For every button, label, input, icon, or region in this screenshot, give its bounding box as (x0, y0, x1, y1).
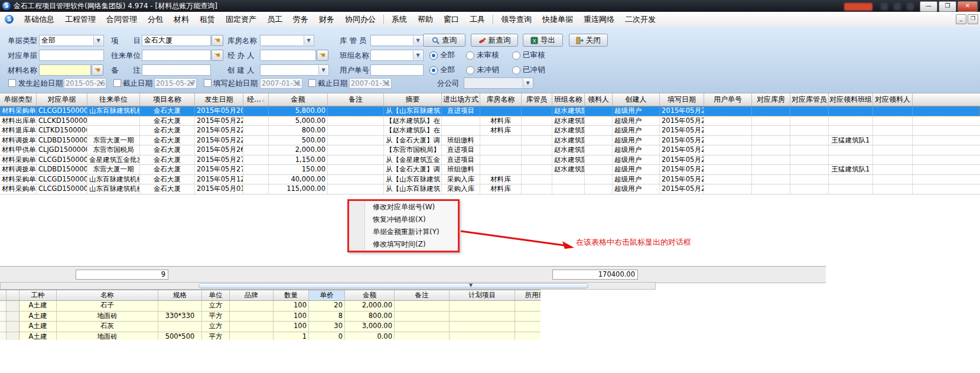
column-header[interactable]: 备注 (328, 93, 384, 106)
menu-item[interactable]: 材料 (168, 12, 194, 27)
column-header[interactable]: 领料人 (585, 93, 613, 106)
row-selector[interactable] (0, 322, 6, 332)
minimize-button[interactable]: — (920, 1, 937, 12)
writeoff-radio-0[interactable]: 全部 (429, 65, 455, 75)
menu-item[interactable]: 基础信息 (18, 12, 60, 27)
column-header[interactable]: 用户单号 (704, 93, 752, 106)
handler-picker-hand-icon[interactable]: ☚ (317, 50, 328, 61)
column-header[interactable]: 班组名称 (552, 93, 585, 106)
menu-item[interactable]: 固定资产 (220, 12, 262, 27)
branch-combo[interactable]: ▼ (464, 77, 533, 89)
menu-item[interactable]: 财务 (314, 12, 340, 27)
column-header[interactable]: 计划项目 (450, 290, 515, 300)
row-selector[interactable] (0, 312, 6, 322)
table-row[interactable]: 材料采购单CLCGD150000002金星建筑五金批发金石大厦2015年05月2… (0, 155, 980, 166)
query-button[interactable]: 查询 (423, 34, 465, 47)
column-header[interactable]: 单价 (309, 290, 345, 300)
project-input[interactable]: 金石大厦 (142, 35, 211, 46)
column-header[interactable]: 规格 (158, 290, 202, 300)
row-selector[interactable] (6, 301, 19, 311)
menu-item[interactable]: 协同办公 (340, 12, 381, 27)
counterpart-picker-hand-icon[interactable]: ☚ (211, 50, 223, 61)
material-input[interactable] (39, 64, 91, 76)
table-row[interactable]: 材料出库单CLCKD150000001金石大厦2015年05月22日5,000.… (0, 116, 980, 127)
column-header[interactable]: 对应领料班组 (829, 93, 873, 106)
remark-input[interactable] (142, 64, 211, 76)
column-header[interactable]: 品牌 (230, 290, 274, 300)
handler-input[interactable] (260, 50, 316, 61)
table-row[interactable]: 材料采购单CLCGD150000005山东百脉建筑机械金石大厦2015年05月0… (0, 184, 980, 194)
column-header[interactable]: 数量 (274, 290, 309, 300)
menu-item[interactable]: 系统 (386, 12, 412, 27)
date1-combo[interactable]: 2015-05-26▼ (64, 78, 106, 89)
column-header[interactable]: 备注 (395, 290, 450, 300)
date3-checkbox[interactable] (204, 79, 211, 87)
date4-checkbox[interactable] (308, 79, 316, 87)
row-selector[interactable] (6, 322, 19, 332)
menu-item[interactable]: 快捷单据 (537, 12, 578, 27)
column-header[interactable]: 对应库管员 (790, 93, 829, 106)
column-header[interactable]: 单位 (202, 290, 230, 300)
row-selector[interactable] (6, 332, 19, 340)
date4-combo[interactable]: 2007-01-31▼ (349, 78, 392, 89)
context-menu-item[interactable]: 单据金额重新计算(Y) (349, 226, 458, 238)
scrollbar-thumb[interactable] (198, 283, 588, 288)
menu-item[interactable]: 帮助 (412, 12, 438, 27)
chevron-down-icon[interactable]: ▼ (93, 36, 103, 45)
horizontal-scrollbar[interactable] (0, 282, 656, 290)
keeper-combo[interactable]: ▼ (370, 35, 424, 46)
menu-item[interactable]: 重连网络 (578, 12, 620, 27)
material-picker-hand-icon[interactable]: ☚ (92, 64, 103, 76)
audit-radio-2[interactable]: 已审核 (512, 50, 545, 60)
column-header[interactable]: 库管员 (522, 93, 552, 106)
chevron-down-icon[interactable]: ▼ (523, 79, 532, 87)
column-header[interactable]: 对应单据 (37, 93, 87, 106)
context-menu-item[interactable]: 修改对应单据号(W) (349, 201, 458, 213)
table-row[interactable]: A土建石灰立方100303,000.00 (0, 322, 541, 332)
splitter-collapse-icon[interactable]: ▼ (467, 282, 475, 289)
menu-item[interactable]: 领导查询 (496, 12, 537, 27)
chevron-down-icon[interactable]: ▼ (413, 36, 422, 45)
date2-combo[interactable]: 2015-05-27▼ (154, 78, 197, 89)
column-header[interactable]: 填写日期 (660, 93, 704, 106)
table-row[interactable]: 材料调拨单CLDBD150000002东营大厦一期金石大厦2015年05月27日… (0, 165, 980, 175)
table-row[interactable]: 材料采购单CLCGD150000004山东百脉建筑机械金石大厦2015年05月1… (0, 175, 980, 185)
export-button[interactable]: X 导出 (523, 34, 563, 47)
table-row[interactable]: A土建地面砖330*330平方1008800.00 (0, 312, 541, 322)
table-row[interactable]: 材料采购单CLCGD150000001山东百脉建筑机械金石大厦2015年05月2… (0, 106, 980, 116)
menu-item[interactable]: 工程管理 (60, 12, 101, 27)
table-row[interactable]: A土建石子立方100202,000.00 (0, 301, 541, 312)
creator-combo[interactable]: ▼ (260, 64, 329, 76)
date2-checkbox[interactable] (113, 79, 121, 87)
menu-item[interactable]: 员工 (262, 12, 288, 27)
menu-item[interactable]: 窗口 (438, 12, 464, 27)
context-menu-item[interactable]: 修改填写时间(Z) (349, 238, 458, 251)
date3-combo[interactable]: 2007-01-31▼ (260, 78, 302, 89)
column-header[interactable]: 库房名称 (480, 93, 522, 106)
chevron-down-icon[interactable]: ▼ (413, 51, 422, 60)
menu-item[interactable]: 劳务 (288, 12, 314, 27)
column-header[interactable]: 进出场方式 (442, 93, 480, 106)
warehouse-combo[interactable]: ▼ (260, 35, 314, 46)
context-menu-item[interactable]: 恢复冲销单据(X) (349, 213, 458, 226)
column-header[interactable]: 金额 (269, 93, 328, 106)
audit-radio-0[interactable]: 全部 (429, 50, 455, 60)
column-header[interactable]: 项目名称 (140, 93, 195, 106)
counterpart-input[interactable] (142, 50, 211, 61)
new-query-button[interactable]: 新查询 (471, 34, 518, 47)
column-header[interactable]: 发生日期 (195, 93, 243, 106)
menu-item[interactable]: 分包 (142, 12, 168, 27)
menu-item[interactable]: 二次开发 (620, 12, 661, 27)
table-row[interactable]: 材料退库单CLTKD150000001金石大厦2015年05月22日800.00… (0, 126, 980, 136)
table-row[interactable]: 材料调拨单CLDBD150000001东营大厦一期金石大厦2015年05月22日… (0, 136, 980, 146)
doc-type-combo[interactable]: 全部▼ (39, 35, 104, 46)
row-selector[interactable] (6, 312, 19, 322)
chevron-down-icon[interactable]: ▼ (318, 66, 328, 74)
row-selector[interactable] (0, 301, 6, 311)
mdi-minimize-button[interactable]: _ (956, 14, 966, 24)
column-header[interactable]: 对应领料人 (873, 93, 913, 106)
project-picker-hand-icon[interactable]: ☚ (211, 35, 223, 46)
close-button[interactable]: ✕ (958, 1, 978, 12)
writeoff-radio-1[interactable]: 未冲销 (466, 65, 499, 75)
column-header[interactable]: 名称 (57, 290, 158, 300)
